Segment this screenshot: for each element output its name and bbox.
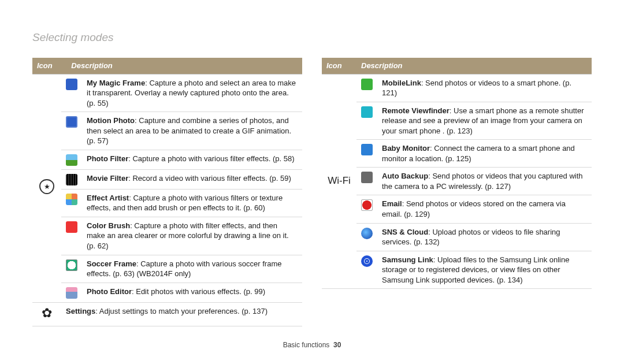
movie-filter-icon	[66, 174, 77, 185]
photo-filter-icon	[66, 154, 77, 166]
left-table: Icon Description My Magic Frame: Capture…	[32, 58, 302, 326]
photo-editor-icon	[66, 287, 77, 299]
sns-cloud-desc: SNS & Cloud: Upload photos or videos to …	[377, 223, 592, 251]
mobilelink-icon	[361, 79, 373, 90]
email-desc: Email: Send photos or videos stored on t…	[377, 195, 592, 223]
settings-category-icon	[40, 306, 54, 320]
samsung-link-icon	[361, 255, 373, 267]
th-icon: Icon	[32, 58, 66, 74]
th-description-r: Description	[356, 58, 592, 74]
effect-artist-icon	[66, 194, 77, 205]
footer-page: 30	[333, 341, 341, 349]
footer: Basic functions 30	[0, 341, 624, 349]
soccer-frame-icon	[66, 259, 77, 271]
photo-filter-desc: Photo Filter: Capture a photo with vario…	[82, 150, 302, 169]
magic-plus-inner-table: My Magic Frame: Capture a photo and sele…	[61, 75, 302, 302]
sns-cloud-icon	[361, 228, 373, 239]
auto-backup-desc: Auto Backup: Send photos or videos that …	[377, 168, 592, 195]
color-brush-icon	[66, 221, 77, 233]
baby-monitor-desc: Baby Monitor: Connect the camera to a sm…	[377, 140, 592, 168]
right-table: Icon Description Wi-Fi MobileLink: Send …	[322, 58, 592, 289]
my-magic-frame-desc: My Magic Frame: Capture a photo and sele…	[82, 75, 302, 112]
th-description: Description	[66, 58, 302, 74]
soccer-frame-desc: Soccer Frame: Capture a photo with vario…	[82, 255, 302, 283]
magic-plus-category-icon	[39, 179, 54, 194]
wifi-inner-table: MobileLink: Send photos or videos to a s…	[356, 75, 592, 289]
effect-artist-desc: Effect Artist: Capture a photo with vari…	[82, 189, 302, 217]
remote-viewfinder-icon	[361, 106, 373, 118]
auto-backup-icon	[361, 172, 373, 183]
motion-photo-icon	[66, 116, 77, 128]
email-icon	[361, 199, 373, 211]
mobilelink-desc: MobileLink: Send photos or videos to a s…	[377, 75, 592, 102]
footer-section: Basic functions	[283, 341, 330, 349]
photo-editor-desc: Photo Editor: Edit photos with various e…	[82, 283, 302, 302]
movie-filter-desc: Movie Filter: Record a video with variou…	[82, 169, 302, 189]
page-title: Selecting modes	[32, 31, 113, 44]
wifi-category-label: Wi-Fi	[328, 175, 351, 186]
color-brush-desc: Color Brush: Capture a photo with filter…	[82, 217, 302, 255]
samsung-link-desc: Samsung Link: Upload files to the Samsun…	[377, 251, 592, 288]
motion-photo-desc: Motion Photo: Capture and combine a seri…	[82, 112, 302, 150]
my-magic-frame-icon	[66, 79, 77, 90]
remote-viewfinder-desc: Remote Viewfinder: Use a smart phone as …	[377, 102, 592, 140]
baby-monitor-icon	[361, 144, 373, 155]
th-icon-r: Icon	[322, 58, 356, 74]
settings-desc: Settings: Adjust settings to match your …	[61, 302, 302, 326]
